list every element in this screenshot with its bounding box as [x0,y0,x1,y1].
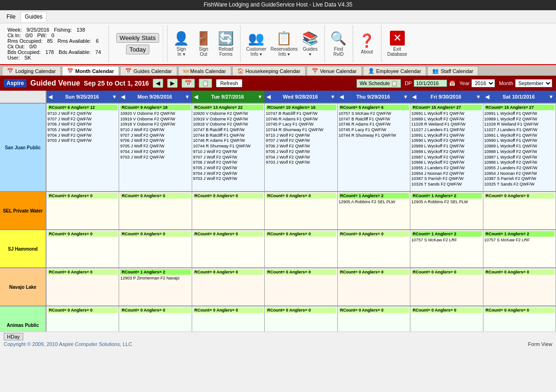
booking-entry[interactable]: 10955 J Landers F2 QWF/W [411,166,482,171]
day-cell-3-4[interactable]: RCount= 0 Anglers= 0 [338,268,410,306]
booking-entry[interactable]: 10989 L Wyckoff F2 QWF/W [484,117,555,122]
day-cell-1-5[interactable]: RCount= 1 Anglers= 212905 A Robbins F2 S… [410,192,483,229]
dp-input[interactable] [414,80,447,87]
booking-entry[interactable]: 10757 S McKaw F2 LRF [484,238,555,243]
day-nav-icon-6[interactable]: ▼ [549,94,554,100]
menu-guides[interactable]: Guides [20,12,47,22]
booking-entry[interactable]: 10987 L Wyckoff F2 QWF/W [484,155,555,160]
booking-entry[interactable]: 10954 J Noonan F2 QWF/W [484,171,555,177]
day-cell-2-3[interactable]: RCount= 0 Anglers= 0 [265,230,337,267]
booking-entry[interactable]: 10745 P Lacy F1 QWF/W [266,122,336,127]
booking-entry[interactable]: 9704 J Wolf F2 QWF/W [193,171,263,177]
day-cell-4-4[interactable]: RCount= 0 Anglers= 0 [338,306,410,332]
booking-entry[interactable]: 10746 R Adams F1 QWF/W [339,122,409,127]
cal-icon2-button[interactable]: 📋 [199,79,212,88]
reload-forms-button[interactable]: 🔄 Reload Forms [216,29,236,58]
day-cell-3-2[interactable]: RCount= 0 Anglers= 0 [192,268,265,306]
booking-entry[interactable]: 10744 R Shumway F1 QWF/W [193,144,263,149]
sign-in-button[interactable]: 👤 Sign In ▾ [171,29,192,58]
booking-entry[interactable]: 10745 P Lacy F1 QWF/W [339,127,409,133]
booking-entry[interactable]: 10326 T Sands F2 QWF/W [411,182,482,187]
month-select[interactable]: September [515,79,552,87]
customer-info-button[interactable]: 👥 Customer Info ▾ [244,29,268,58]
booking-entry[interactable]: 10919 V Osborne F2 QWF/W [193,117,263,122]
day-nav-icon-2[interactable]: ▼ [257,94,262,100]
booking-entry[interactable]: 10387 S Parrish F2 QWF/W [484,176,555,182]
day-cell-3-6[interactable]: RCount= 0 Anglers= 0 [483,268,556,306]
booking-entry[interactable]: 9710 J Wolf F2 QWF/W [47,111,118,117]
day-cell-4-6[interactable]: RCount= 0 Anglers= 0 [483,306,556,332]
booking-entry[interactable]: 11028 R Weiland F1 QWF/W [411,122,482,127]
booking-entry[interactable]: 10920 V Osborne F2 QWF/W [193,111,263,117]
booking-entry[interactable]: 10744 R Shumway F1 QWF/W [266,127,336,133]
tab-venue-calendar[interactable]: 📅 Venue Calendar [307,66,362,75]
booking-entry[interactable]: 11027 J Landers F1 QWF/W [411,127,482,133]
day-nav-prev-5[interactable]: ◀ [412,94,416,100]
booking-entry[interactable]: 10989 L Wyckoff F2 QWF/W [411,117,482,122]
booking-entry[interactable]: 9705 J Wolf F2 QWF/W [120,144,190,149]
booking-entry[interactable]: 12905 A Robbins F2 SEL PLW [339,199,409,205]
venue-label-2[interactable]: SJ Hammond [0,230,47,267]
booking-entry[interactable]: 9705 J Wolf F2 QWF/W [47,127,118,133]
booking-entry[interactable]: 10325 T Sands F2 QWF/W [484,182,555,187]
booking-entry[interactable]: 10744 R Shumway F1 QWF/W [339,133,409,139]
today-button[interactable]: Today [126,45,149,54]
exit-database-button[interactable]: ✕ Exit Database [385,29,409,58]
booking-entry[interactable]: 10986 L Wyckoff F2 QWF/W [411,160,482,166]
booking-entry[interactable]: 11027 J Landers F1 QWF/W [484,127,555,133]
booking-entry[interactable]: 9710 J Wolf F2 QWF/W [266,133,336,139]
day-cell-3-0[interactable]: RCount= 0 Anglers= 0 [47,268,119,306]
cal-icon-button[interactable]: 📅 [181,79,195,88]
day-nav-icon-1[interactable]: ▼ [185,94,190,100]
day-cell-0-6[interactable]: RCount= 15 Anglers= 2710991 L Wyckoff F1… [483,104,556,191]
day-cell-2-4[interactable]: RCount= 0 Anglers= 0 [338,230,410,267]
menu-file[interactable]: File [2,12,20,22]
booking-entry[interactable]: 9710 J Wolf F2 QWF/W [120,127,190,133]
tab-guides-calendar[interactable]: 📅 Guides Calendar [120,66,177,75]
tab-employee-calendar[interactable]: 👤 Employee Calendar [363,66,427,75]
booking-entry[interactable]: 9704 J Wolf F2 QWF/W [47,133,118,139]
day-cell-1-3[interactable]: RCount= 0 Anglers= 0 [265,192,337,229]
day-cell-4-5[interactable]: RCount= 0 Anglers= 0 [410,306,483,332]
tab-lodging-calendar[interactable]: 📅 Lodging Calendar [2,66,61,75]
tab-meals-calendar[interactable]: 🍽 Meals Calendar [178,66,231,75]
guides-button[interactable]: 📚 Guides ▾ [300,29,321,58]
day-nav-icon-5[interactable]: ▼ [476,94,481,100]
booking-entry[interactable]: 10918 V Osborne F2 QWF/W [120,122,190,127]
booking-entry[interactable]: 10986 L Wyckoff F2 QWF/W [484,160,555,166]
booking-entry[interactable]: 10955 J Landers F2 QWF/W [484,166,555,171]
booking-entry[interactable]: 9706 J Wolf F2 QWF/W [120,138,190,144]
booking-entry[interactable]: 10387 S Parrish F2 QWF/W [411,176,482,182]
booking-entry[interactable]: 10747 B Ratcliff F1 QWF/W [339,117,409,122]
sign-out-button[interactable]: 🚪 Sign Out [194,29,214,58]
booking-entry[interactable]: 10988 L Wyckoff F2 QWF/W [411,149,482,155]
day-nav-prev-0[interactable]: ◀ [48,94,52,100]
booking-entry[interactable]: 9706 J Wolf F2 QWF/W [193,160,263,166]
find-rvid-button[interactable]: 🔍 Find RvID [328,29,349,58]
day-cell-0-0[interactable]: RCount= 6 Anglers= 129710 J Wolf F2 QWF/… [47,104,119,191]
booking-entry[interactable]: 10991 L Wyckoff F1 QWF/W [484,133,555,139]
day-nav-icon-3[interactable]: ▼ [330,94,335,100]
booking-entry[interactable]: 10747 B Ratcliff F1 QWF/W [193,127,263,133]
booking-entry[interactable]: 10747 B Ratcliff F1 QWF/W [266,111,336,117]
day-cell-1-4[interactable]: RCount= 1 Anglers= 212905 A Robbins F2 S… [338,192,410,229]
refresh-button[interactable]: Refresh [216,79,242,87]
booking-entry[interactable]: 9704 J Wolf F2 QWF/W [120,149,190,155]
day-cell-1-2[interactable]: RCount= 0 Anglers= 0 [192,192,265,229]
booking-entry[interactable]: 10919 V Osborne F2 QWF/W [120,117,190,122]
day-cell-2-2[interactable]: RCount= 0 Anglers= 0 [192,230,265,267]
day-cell-4-0[interactable]: RCount= 0 Anglers= 0 [47,306,119,332]
booking-entry[interactable]: 10757 S McKaw F2 LRF [411,238,482,243]
day-cell-4-3[interactable]: RCount= 0 Anglers= 0 [265,306,337,332]
tab-staff-calendar[interactable]: 👥 Staff Calendar [427,66,478,75]
booking-entry[interactable]: 9707 J Wolf F2 QWF/W [193,155,263,160]
day-cell-0-5[interactable]: RCount= 15 Anglers= 2710991 L Wyckoff F1… [410,104,483,191]
weekly-stats-button[interactable]: Weekly Stats [116,33,159,43]
prev-nav-button[interactable]: ◀ [153,79,163,88]
booking-entry[interactable]: 10746 R Adams F1 QWF/W [193,138,263,144]
booking-entry[interactable]: 10990 L Wyckoff F1 QWF/W [484,138,555,144]
year-select[interactable]: 2016 [471,79,495,87]
cal-picker-icon[interactable]: 📅 [449,80,456,86]
next-nav-button[interactable]: ▶ [167,79,178,88]
day-nav-prev-6[interactable]: ◀ [485,94,489,100]
